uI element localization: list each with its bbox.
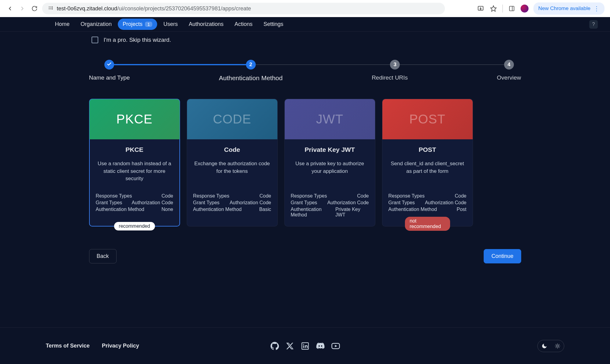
github-icon[interactable] [270,341,279,351]
svg-point-2 [52,7,52,7]
card-post-title: POST [388,146,467,153]
nav-settings[interactable]: Settings [259,19,288,30]
url-text: test-0o6zvq.zitadel.cloud/ui/console/pro… [57,5,251,12]
chrome-update-label: New Chrome available [538,5,590,12]
svg-point-3 [52,9,52,9]
step-4-label: Overview [497,74,521,81]
card-pkce-desc: Use a random hash instead of a static cl… [96,160,173,186]
step-3[interactable]: 3 Redirect URIs [372,60,408,81]
card-post[interactable]: POST POST Send client_id and client_secr… [382,99,473,227]
stepper-line [110,64,512,65]
card-code-title: Code [193,146,271,153]
theme-toggle[interactable] [537,340,564,352]
skip-wizard-checkbox[interactable] [92,37,98,43]
step-3-dot: 3 [390,60,400,70]
site-info-icon[interactable] [48,5,53,12]
card-jwt[interactable]: JWT Private Key JWT Use a private key to… [284,99,375,227]
step-4[interactable]: 4 Overview [497,60,521,81]
nav-organization[interactable]: Organization [76,19,117,30]
card-pkce[interactable]: PKCE PKCE Use a random hash instead of a… [89,99,180,227]
spec-rt-label: Response Types [96,193,132,199]
step-4-dot: 4 [504,60,514,70]
step-2[interactable]: 2 Authentication Method [219,60,283,82]
spec-pkce-am: None [161,207,173,212]
browser-reload-icon[interactable] [30,4,39,13]
card-pkce-head: PKCE [89,99,180,139]
help-button[interactable]: ? [589,20,598,29]
menu-dots-icon: ⋮ [594,5,600,12]
svg-line-20 [556,347,556,348]
svg-rect-6 [509,6,514,11]
auth-method-cards: PKCE PKCE Use a random hash instead of a… [89,99,521,227]
nav-projects-label: Projects [123,21,143,27]
linkedin-icon[interactable] [301,341,310,351]
continue-button[interactable]: Continue [484,249,521,263]
profile-avatar[interactable] [521,5,529,12]
pill-not-recommended: not recommended [405,217,450,231]
nav-projects-badge: 1 [145,22,152,27]
x-twitter-icon[interactable] [285,341,294,351]
card-pkce-title: PKCE [96,146,173,153]
moon-icon [541,343,547,349]
nav-authorizations[interactable]: Authorizations [184,19,228,30]
card-code-desc: Exchange the authorization code for the … [193,160,271,186]
sun-icon [554,343,561,349]
card-code-head: CODE [187,99,277,139]
svg-marker-5 [491,6,496,11]
skip-wizard-label: I'm a pro. Skip this wizard. [104,37,171,43]
card-jwt-head: JWT [285,99,375,139]
step-3-label: Redirect URIs [372,74,408,81]
step-1[interactable]: Name and Type [89,60,130,81]
nav-projects[interactable]: Projects 1 [118,19,157,30]
step-1-label: Name and Type [89,74,130,81]
card-jwt-title: Private Key JWT [291,146,369,153]
svg-line-21 [559,344,559,345]
card-code[interactable]: CODE Code Exchange the authorization cod… [187,99,278,227]
footer-privacy-link[interactable]: Privacy Policy [102,343,139,349]
card-post-head: POST [382,99,473,139]
discord-icon[interactable] [316,341,325,351]
svg-rect-9 [303,345,304,348]
pill-recommended: recommended [114,222,155,230]
chrome-update-pill[interactable]: New Chrome available ⋮ [533,2,605,15]
step-1-dot [104,60,114,70]
svg-line-19 [559,347,559,348]
footer: Terms of Service Privacy Policy [0,327,610,364]
install-app-icon[interactable] [477,5,485,12]
step-2-dot: 2 [246,60,256,70]
spec-gt-label: Grant Types [96,200,122,205]
browser-url-bar[interactable]: test-0o6zvq.zitadel.cloud/ui/console/pro… [42,3,445,14]
check-icon [106,61,112,68]
card-jwt-desc: Use a private key to authorize your appl… [291,160,369,186]
stepper: Name and Type 2 Authentication Method 3 … [89,60,521,82]
spec-pkce-gt: Authorization Code [132,200,173,205]
panel-icon[interactable] [508,5,516,12]
browser-bar: test-0o6zvq.zitadel.cloud/ui/console/pro… [0,0,610,17]
footer-tos-link[interactable]: Terms of Service [46,343,90,349]
bookmark-star-icon[interactable] [489,5,497,12]
back-button[interactable]: Back [89,249,117,263]
svg-line-18 [556,344,556,345]
svg-point-10 [303,344,304,345]
browser-back-icon[interactable] [5,4,15,13]
top-nav: Home Organization Projects 1 Users Autho… [0,17,610,32]
skip-wizard-row[interactable]: I'm a pro. Skip this wizard. [92,37,543,43]
nav-home[interactable]: Home [50,19,74,30]
spec-am-label: Authentication Method [96,207,144,212]
browser-forward-icon[interactable] [18,4,27,13]
nav-actions[interactable]: Actions [230,19,258,30]
card-post-desc: Send client_id and client_secret as part… [388,160,467,186]
app-root: Home Organization Projects 1 Users Autho… [0,17,610,364]
nav-users[interactable]: Users [158,19,182,30]
svg-marker-12 [335,345,337,347]
spec-pkce-rt: Code [161,193,173,199]
step-2-label: Authentication Method [219,74,283,82]
svg-point-13 [556,345,558,347]
youtube-icon[interactable] [331,341,340,351]
